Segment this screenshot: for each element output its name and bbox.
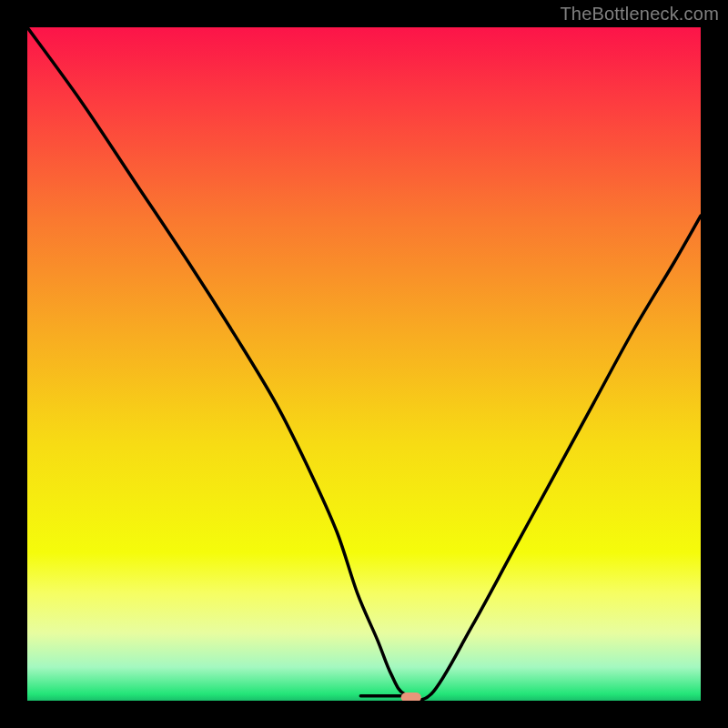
watermark-text: TheBottleneck.com [560,4,719,25]
optimal-marker [401,693,421,701]
bottleneck-curve [27,27,701,700]
chart-stage: TheBottleneck.com [0,0,728,728]
curve-svg [27,27,701,701]
plot-area [27,27,701,701]
